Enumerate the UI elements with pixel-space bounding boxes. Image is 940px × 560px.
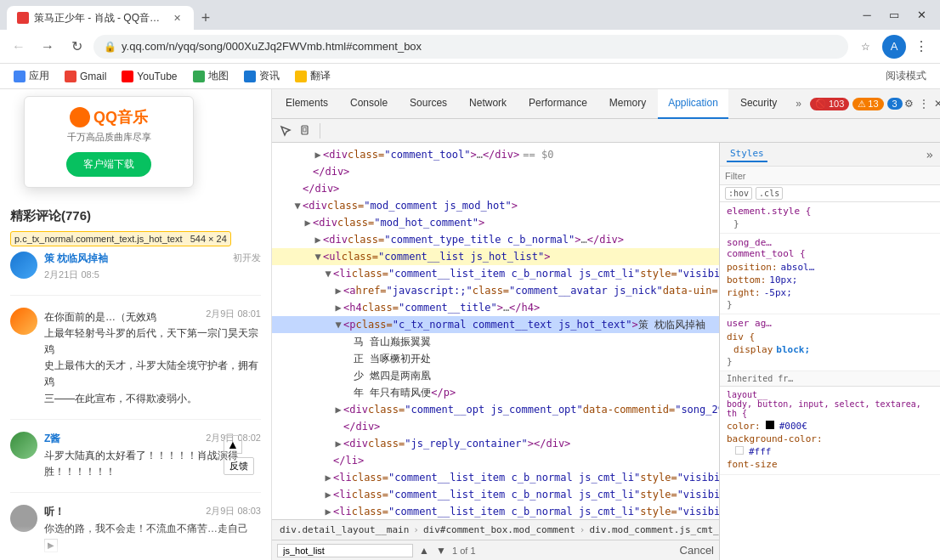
dom-attr-value: "comment_tool"	[384, 147, 470, 162]
devtools-tab-console[interactable]: Console	[340, 89, 398, 119]
dom-line[interactable]: </div>	[272, 418, 719, 435]
back-button[interactable]: ←	[7, 35, 31, 59]
dom-line[interactable]: ▶ <div class= "comment__opt js_comment_o…	[272, 401, 719, 418]
element-picker-button[interactable]	[277, 122, 294, 139]
dom-toggle[interactable]: ▶	[333, 283, 343, 298]
dom-line[interactable]: 少 燃四是两南凰	[272, 367, 719, 384]
dom-line[interactable]: ▶ <li class= "comment__list_item c_b_nor…	[272, 469, 719, 486]
dom-toggle[interactable]: ▼	[333, 317, 343, 332]
forward-button[interactable]: →	[36, 35, 59, 59]
dom-line[interactable]: </div>	[272, 180, 719, 197]
bookmark-star-button[interactable]: ☆	[853, 35, 877, 59]
dom-line[interactable]: ▶ <a href= "javascript:;" class= "commen…	[272, 282, 719, 299]
profile-button[interactable]: A	[882, 35, 906, 59]
address-bar[interactable]: 🔒 y.qq.com/n/yqq/song/000XuZJq2FWVmb.htm…	[93, 35, 848, 59]
dom-line[interactable]: ▶ <li class= "comment__list_item c_b_nor…	[272, 486, 719, 503]
dom-line[interactable]: 年 年只有晴风便 </p>	[272, 384, 719, 401]
dom-toggle[interactable]: ▶	[333, 300, 343, 315]
dom-line[interactable]: 马 音山巅振翼翼	[272, 333, 719, 350]
close-tab-button[interactable]: ✕	[170, 11, 184, 25]
dom-line[interactable]: ▶ <li class= "comment__list_item c_b_nor…	[272, 503, 719, 519]
devtools-more-tabs[interactable]: »	[789, 98, 808, 110]
scroll-up-button[interactable]: ▲	[224, 435, 242, 454]
search-prev-button[interactable]: ▲	[416, 543, 432, 558]
dom-toggle	[303, 164, 313, 179]
devtools-search-bar: ▲ ▼ 1 of 1 Cancel	[272, 540, 719, 560]
pseudo-cls-button[interactable]: .cls	[756, 187, 783, 200]
breadcrumb-item[interactable]: div#comment_box.mod_comment	[421, 524, 578, 535]
prop-value: #000€	[779, 421, 807, 432]
pseudo-hov-button[interactable]: :hov	[725, 187, 752, 200]
dom-toggle[interactable]: ▼	[323, 266, 333, 281]
dom-toggle[interactable]: ▼	[292, 198, 303, 213]
warning-count-badge[interactable]: ⚠13	[852, 98, 883, 110]
dom-toggle[interactable]: ▶	[333, 402, 343, 417]
dom-line[interactable]: </li>	[272, 452, 719, 469]
dom-attr-name: class=	[352, 266, 388, 281]
new-tab-button[interactable]: +	[194, 6, 218, 30]
bookmark-youtube[interactable]: YouTube	[115, 66, 184, 87]
search-next-button[interactable]: ▼	[433, 543, 449, 558]
browser-tab[interactable]: 策马正少年 - 肖战 - QQ音乐-千… ✕	[7, 6, 194, 30]
devtools-close-button[interactable]: ✕	[934, 92, 940, 116]
dom-toggle[interactable]: ▶	[323, 470, 333, 485]
info-count-badge[interactable]: 3	[887, 98, 903, 110]
devtools-tab-memory[interactable]: Memory	[599, 89, 656, 119]
devtools-tab-network[interactable]: Network	[459, 89, 517, 119]
dom-toggle[interactable]: ▶	[323, 487, 333, 502]
minimize-button[interactable]: ─	[855, 3, 879, 27]
bookmark-maps[interactable]: 地图	[186, 66, 235, 87]
prop-value: -5px;	[764, 287, 792, 298]
dom-line[interactable]: ▼ <div class= "mod_comment js_mod_hot" >	[272, 197, 719, 214]
devtools-tab-application[interactable]: Application	[658, 89, 728, 119]
devtools-tab-performance[interactable]: Performance	[518, 89, 597, 119]
dom-panel[interactable]: ▶ <div class= "comment_tool" > … </div> …	[272, 143, 719, 519]
prop-value: absol…	[781, 262, 815, 273]
maximize-button[interactable]: ▭	[882, 3, 906, 27]
breadcrumb-separator: ›	[580, 524, 586, 535]
styles-more-button[interactable]: »	[926, 148, 933, 161]
devtools-settings-button[interactable]: ⚙	[904, 92, 914, 116]
devtools-tab-sources[interactable]: Sources	[399, 89, 457, 119]
dom-line-highlighted[interactable]: ▼ <ul class= "comment__list js_hot_list"…	[272, 248, 719, 265]
bookmark-apps[interactable]: 应用	[7, 66, 56, 87]
devtools-tab-security[interactable]: Security	[730, 89, 787, 119]
device-toggle-button[interactable]	[297, 122, 314, 139]
dom-line[interactable]: ▶ <div class= "js_reply_container" ></di…	[272, 435, 719, 452]
bookmark-translate[interactable]: 翻译	[288, 66, 337, 87]
error-count-badge[interactable]: 🚫103	[810, 98, 849, 110]
dom-line-selected[interactable]: ▼ <p class= "c_tx_normal comment__text j…	[272, 316, 719, 333]
dom-line[interactable]: </div>	[272, 163, 719, 180]
dom-toggle[interactable]: ▼	[313, 249, 323, 264]
bookmark-news[interactable]: 资讯	[237, 66, 286, 87]
devtools-dots-menu[interactable]: ⋮	[915, 98, 932, 110]
devtools-search-input[interactable]	[277, 544, 413, 557]
youtube-icon	[122, 71, 133, 82]
dom-line[interactable]: ▶ <div class= "comment_tool" > … </div> …	[272, 146, 719, 163]
browser-menu-button[interactable]: ⋮	[909, 35, 933, 59]
dom-toggle[interactable]: ▶	[323, 504, 333, 519]
dom-toggle[interactable]: ▶	[333, 436, 343, 451]
dom-line[interactable]: ▶ <h4 class= "comment__title" > … </h4>	[272, 299, 719, 316]
dom-attr-name: class=	[352, 470, 388, 485]
style-filter-input[interactable]	[725, 171, 935, 181]
dom-line[interactable]: 正 当啄橛初开处	[272, 350, 719, 367]
feedback-button[interactable]: 反馈	[224, 457, 254, 475]
qq-music-download-button[interactable]: 客户端下载	[66, 152, 151, 177]
dom-line[interactable]: ▶ <div class= "comment_type_title c_b_no…	[272, 231, 719, 248]
dom-toggle[interactable]: ▶	[313, 147, 323, 162]
search-cancel-button[interactable]: Cancel	[680, 544, 714, 557]
bookmark-gmail[interactable]: Gmail	[58, 66, 113, 87]
close-window-button[interactable]: ✕	[909, 3, 933, 27]
styles-tab-styles[interactable]: Styles	[727, 146, 767, 162]
reload-button[interactable]: ↻	[65, 35, 88, 59]
devtools-tab-elements[interactable]: Elements	[275, 89, 338, 119]
dom-toggle[interactable]: ▶	[303, 215, 313, 230]
dom-tag-close: >	[575, 232, 580, 247]
breadcrumb-item[interactable]: div.detail_layout__main	[277, 524, 411, 535]
dom-toggle[interactable]: ▶	[313, 232, 323, 247]
breadcrumb-item[interactable]: div.mod_comment.js_cmt_input	[586, 524, 719, 535]
dom-line[interactable]: ▶ <div class= "mod_hot_comment" >	[272, 214, 719, 231]
dom-line[interactable]: ▼ <li class= "comment__list_item c_b_nor…	[272, 265, 719, 282]
reader-mode-button[interactable]: 阅读模式	[879, 69, 933, 83]
